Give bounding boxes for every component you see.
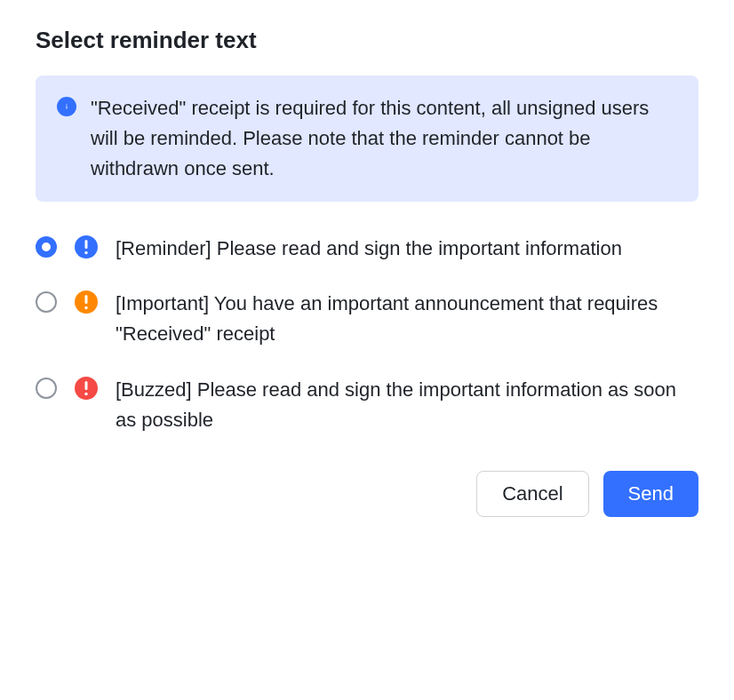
exclamation-icon bbox=[75, 290, 98, 314]
info-icon-wrapper bbox=[57, 97, 76, 116]
info-icon bbox=[57, 97, 76, 116]
cancel-button[interactable]: Cancel bbox=[476, 471, 588, 517]
info-banner: "Received" receipt is required for this … bbox=[36, 76, 698, 202]
reminder-option-label: [Reminder] Please read and sign the impo… bbox=[116, 234, 698, 264]
exclamation-icon bbox=[75, 377, 98, 400]
radio-button[interactable] bbox=[36, 291, 57, 313]
svg-rect-4 bbox=[85, 381, 88, 390]
reminder-option[interactable]: [Buzzed] Please read and sign the import… bbox=[36, 375, 698, 435]
info-banner-text: "Received" receipt is required for this … bbox=[91, 93, 677, 184]
svg-point-3 bbox=[84, 306, 87, 309]
exclamation-icon bbox=[75, 235, 98, 259]
radio-button[interactable] bbox=[36, 236, 57, 258]
radio-button[interactable] bbox=[36, 378, 57, 399]
svg-rect-0 bbox=[85, 240, 88, 249]
reminder-option[interactable]: [Important] You have an important announ… bbox=[36, 289, 698, 349]
reminder-option[interactable]: [Reminder] Please read and sign the impo… bbox=[36, 234, 698, 264]
svg-point-5 bbox=[84, 392, 87, 394]
reminder-option-label: [Buzzed] Please read and sign the import… bbox=[116, 375, 698, 435]
svg-point-1 bbox=[84, 251, 87, 254]
send-button[interactable]: Send bbox=[603, 471, 698, 517]
svg-rect-2 bbox=[85, 295, 88, 304]
reminder-options: [Reminder] Please read and sign the impo… bbox=[36, 234, 698, 434]
dialog-footer: Cancel Send bbox=[36, 471, 698, 517]
reminder-option-label: [Important] You have an important announ… bbox=[116, 289, 698, 349]
page-title: Select reminder text bbox=[36, 27, 698, 54]
